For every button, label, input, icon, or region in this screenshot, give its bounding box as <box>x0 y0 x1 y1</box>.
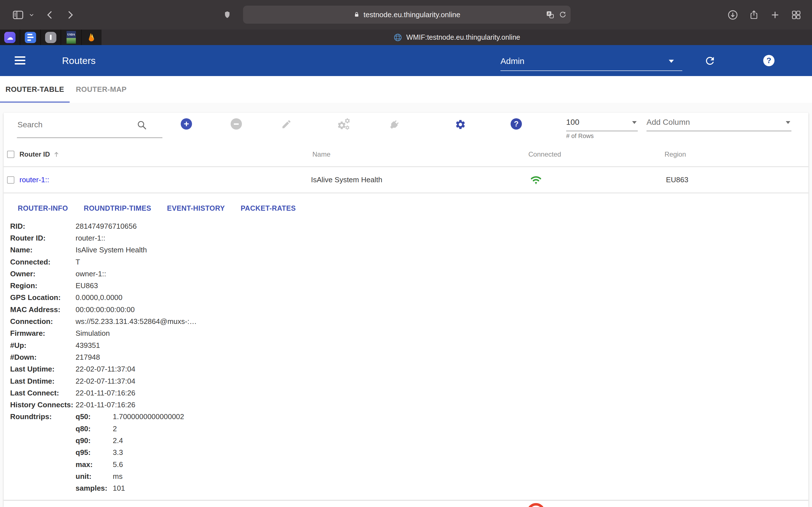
add-column-select[interactable]: Add Column <box>647 114 792 131</box>
detail-value: owner-1:: <box>75 270 106 278</box>
router-name: IsAlive System Health <box>311 167 382 193</box>
tab-router-table[interactable]: ROUTER-TABLE <box>0 76 70 103</box>
roundtrip-label: q80: <box>75 425 113 433</box>
pinned-tab-docs[interactable] <box>20 30 41 45</box>
address-bar[interactable]: testnode.eu.thingularity.online <box>243 6 571 24</box>
help-button[interactable]: ? <box>763 55 774 66</box>
roundtrip-value: 1.7000000000000002 <box>113 412 184 421</box>
column-header-router-id[interactable]: Router ID <box>19 142 60 166</box>
roundtrip-row: unit:ms <box>75 470 184 482</box>
roundtrip-value: 2.4 <box>113 436 123 445</box>
detail-row: Connected:T <box>4 256 808 268</box>
detail-row: Last Connect:22-01-11-07:16:26 <box>4 387 808 399</box>
roundtrips-label: Roundtrips: <box>4 411 75 423</box>
plug-icon[interactable] <box>386 116 402 133</box>
refresh-button[interactable] <box>704 55 716 67</box>
rows-select[interactable]: 100 <box>566 114 638 131</box>
detail-label: Connected: <box>4 258 75 267</box>
reload-icon[interactable] <box>559 11 567 18</box>
tab-router-map[interactable]: ROUTER-MAP <box>70 76 133 103</box>
sidebar-chevron-down-icon[interactable] <box>29 12 35 18</box>
tab-roundtrip-times[interactable]: ROUNDTRIP-TIMES <box>84 204 151 212</box>
url-text: testnode.eu.thingularity.online <box>363 10 460 19</box>
page-tabs: ROUTER-TABLE ROUTER-MAP <box>0 76 812 103</box>
search-input[interactable] <box>17 113 148 137</box>
pinned-tab-gray[interactable] <box>41 30 61 45</box>
detail-label: Region: <box>4 281 75 290</box>
detail-value: 22-01-11-07:16:26 <box>75 400 135 409</box>
menu-icon[interactable] <box>15 56 26 64</box>
roundtrip-label: q50: <box>75 412 113 421</box>
user-select-value: Admin <box>500 56 524 66</box>
router-region: EU863 <box>666 167 689 193</box>
table-toolbar: + ? 100 # of Rows Add Column <box>4 113 808 142</box>
gear-icon[interactable] <box>455 119 466 130</box>
detail-row: Router ID:router-1:: <box>4 232 808 244</box>
detail-value: 217948 <box>75 353 100 362</box>
disconnected-status-icon <box>527 503 545 507</box>
roundtrips-row: Roundtrips: q50:1.7000000000000002q80:2q… <box>4 411 808 494</box>
row-checkbox[interactable] <box>7 176 14 184</box>
detail-row: #Up:439351 <box>4 339 808 351</box>
browser-tab-strip: ☁ USDA WMIF:testnode.eu.thingularity.onl… <box>0 30 812 45</box>
roundtrip-label: samples: <box>75 484 113 493</box>
tab-router-info[interactable]: ROUTER-INFO <box>18 204 68 212</box>
tab-packet-rates[interactable]: PACKET-RATES <box>241 204 296 212</box>
detail-value-link[interactable]: 281474976710656 <box>75 222 137 231</box>
forward-button-icon[interactable] <box>65 10 75 20</box>
detail-value: 22-01-11-07:16:26 <box>75 389 135 397</box>
privacy-shield-icon[interactable] <box>223 10 232 19</box>
detail-row: Region:EU863 <box>4 280 808 291</box>
pinned-tab-usda[interactable]: USDA <box>61 30 82 45</box>
detail-row: MAC Address:00:00:00:00:00:00 <box>4 304 808 316</box>
column-header-region[interactable]: Region <box>665 142 686 166</box>
tab-overview-icon[interactable] <box>791 10 801 20</box>
detail-value: T <box>75 258 80 267</box>
table-row[interactable]: router-1:: IsAlive System Health EU863 <box>4 167 808 193</box>
settings-gears-icon[interactable] <box>336 117 352 132</box>
content-area: + ? 100 # of Rows Add Column <box>0 103 812 507</box>
select-all-checkbox[interactable] <box>7 151 14 158</box>
user-select[interactable]: Admin <box>500 52 682 71</box>
column-header-name[interactable]: Name <box>312 142 331 166</box>
remove-router-button[interactable] <box>231 118 242 129</box>
pinned-tabs: ☁ USDA <box>0 30 101 45</box>
active-tab[interactable]: WMIF:testnode.eu.thingularity.online <box>101 30 812 45</box>
roundtrip-value: 3.3 <box>113 448 123 457</box>
roundtrip-value: 101 <box>113 484 125 493</box>
sort-ascending-icon <box>53 151 60 158</box>
detail-row: History Connects:22-01-11-07:16:26 <box>4 399 808 411</box>
page-title: Routers <box>62 45 96 76</box>
detail-value-link[interactable]: router-1:: <box>75 234 105 242</box>
roundtrip-value: 5.6 <box>113 460 123 469</box>
detail-label: GPS Location: <box>4 293 75 302</box>
roundtrip-row: q80:2 <box>75 423 184 435</box>
detail-label: Last Uptime: <box>4 365 75 374</box>
downloads-icon[interactable] <box>727 10 738 20</box>
detail-row: Firmware:Simulation <box>4 328 808 339</box>
table-header: Router ID Name Connected Region <box>4 142 808 167</box>
detail-row: GPS Location:0.0000,0.0000 <box>4 292 808 304</box>
detail-value: EU863 <box>75 281 98 290</box>
sidebar-toggle-icon[interactable] <box>12 9 24 20</box>
tab-event-history[interactable]: EVENT-HISTORY <box>167 204 225 212</box>
roundtrip-row: q95:3.3 <box>75 447 184 459</box>
new-tab-icon[interactable] <box>770 10 780 20</box>
usda-icon: USDA <box>66 31 76 44</box>
table-help-button[interactable]: ? <box>511 118 522 129</box>
pinned-tab-firebase[interactable] <box>82 30 101 45</box>
edit-icon[interactable] <box>281 119 292 129</box>
router-id-link[interactable]: router-1:: <box>19 167 49 193</box>
firebase-flame-icon <box>86 32 97 43</box>
column-header-connected[interactable]: Connected <box>528 142 561 166</box>
back-button-icon[interactable] <box>45 10 55 20</box>
globe-icon <box>393 33 402 42</box>
pinned-tab-cloud[interactable]: ☁ <box>0 30 20 45</box>
detail-row: Name:IsAlive System Health <box>4 244 808 256</box>
translate-icon[interactable] <box>546 10 554 19</box>
detail-label: #Up: <box>4 341 75 350</box>
add-router-button[interactable]: + <box>181 118 192 129</box>
document-list-icon <box>25 32 36 43</box>
roundtrip-row: q90:2.4 <box>75 435 184 446</box>
share-icon[interactable] <box>749 10 759 20</box>
